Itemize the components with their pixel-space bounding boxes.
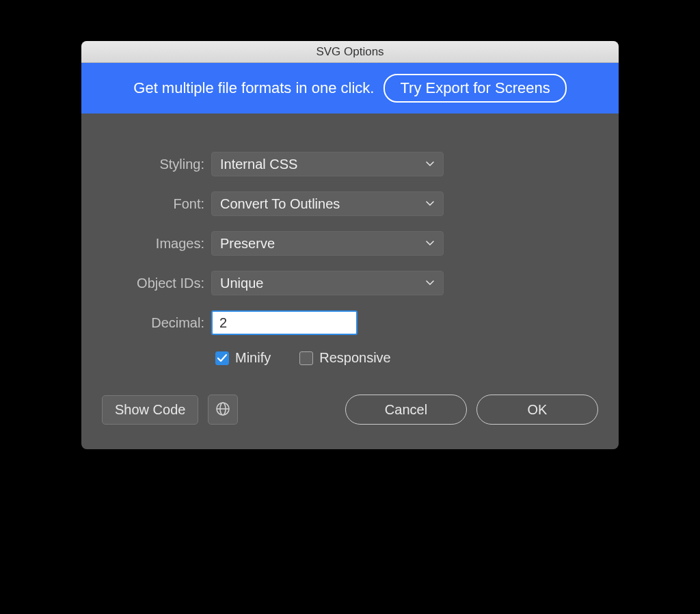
svg-options-dialog: SVG Options Get multiple file formats in… <box>81 41 619 449</box>
decimal-label: Decimal: <box>102 315 211 331</box>
images-dropdown[interactable]: Preserve <box>211 231 444 256</box>
object-ids-label: Object IDs: <box>102 276 211 291</box>
try-export-button[interactable]: Try Export for Screens <box>383 74 566 103</box>
ok-button[interactable]: OK <box>476 395 598 425</box>
object-ids-dropdown[interactable]: Unique <box>211 271 444 295</box>
minify-label: Minify <box>235 350 271 366</box>
styling-label: Styling: <box>102 157 211 172</box>
responsive-checkbox[interactable] <box>299 351 313 365</box>
font-value: Convert To Outlines <box>220 196 340 212</box>
checkbox-row: Minify Responsive <box>215 350 598 366</box>
object-ids-value: Unique <box>220 276 263 291</box>
font-dropdown[interactable]: Convert To Outlines <box>211 191 444 216</box>
button-row: Show Code Cancel OK <box>102 395 598 425</box>
font-row: Font: Convert To Outlines <box>102 191 598 216</box>
decimal-row: Decimal: <box>102 310 598 335</box>
web-preview-button[interactable] <box>208 395 238 425</box>
decimal-input[interactable] <box>211 310 358 335</box>
chevron-down-icon <box>425 159 435 169</box>
promo-banner: Get multiple file formats in one click. … <box>81 63 619 114</box>
show-code-button[interactable]: Show Code <box>102 395 198 425</box>
dialog-title: SVG Options <box>316 45 383 59</box>
banner-text: Get multiple file formats in one click. <box>133 79 374 97</box>
responsive-label: Responsive <box>319 350 391 366</box>
titlebar: SVG Options <box>81 41 619 63</box>
minify-checkbox-group: Minify <box>215 350 271 366</box>
styling-value: Internal CSS <box>220 157 297 172</box>
dialog-content: Styling: Internal CSS Font: Convert To O… <box>81 114 619 449</box>
object-ids-row: Object IDs: Unique <box>102 271 598 295</box>
chevron-down-icon <box>425 278 435 288</box>
cancel-button[interactable]: Cancel <box>345 395 467 425</box>
globe-icon <box>215 401 230 418</box>
styling-row: Styling: Internal CSS <box>102 152 598 176</box>
chevron-down-icon <box>425 199 435 209</box>
responsive-checkbox-group: Responsive <box>299 350 391 366</box>
images-value: Preserve <box>220 236 275 252</box>
styling-dropdown[interactable]: Internal CSS <box>211 152 444 176</box>
chevron-down-icon <box>425 239 435 248</box>
images-label: Images: <box>102 236 211 252</box>
minify-checkbox[interactable] <box>215 351 229 365</box>
images-row: Images: Preserve <box>102 231 598 256</box>
font-label: Font: <box>102 196 211 212</box>
